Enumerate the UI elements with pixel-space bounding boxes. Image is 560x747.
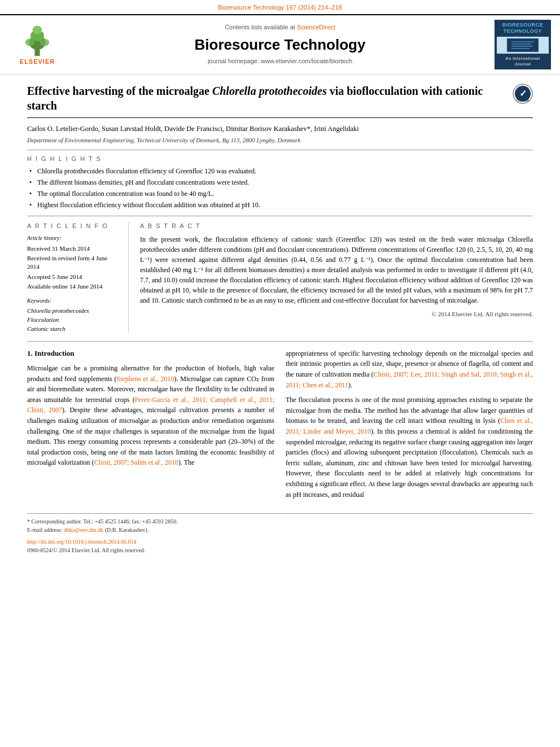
journal-homepage: journal homepage: www.elsevier.com/locat… bbox=[72, 57, 488, 65]
intro-paragraph-right-2: The flocculation process is one of the m… bbox=[286, 395, 533, 500]
keyword-2: Flocculation bbox=[27, 316, 120, 324]
highlights-section: H I G H L I G H T S Chlorella prototheco… bbox=[27, 155, 533, 217]
left-column: 1. Introduction Microalgae can be a prom… bbox=[27, 348, 274, 504]
journal-header-center: Contents lists available at ScienceDirec… bbox=[72, 23, 488, 65]
footnotes: * Corresponding author. Tel.: +45 4525 1… bbox=[27, 513, 533, 554]
doi-link[interactable]: http://dx.doi.org/10.1016/j.biortech.201… bbox=[27, 539, 136, 545]
svg-rect-6 bbox=[507, 38, 539, 52]
content-area: Effective harvesting of the microalgae C… bbox=[0, 75, 560, 564]
journal-reference: Bioresource Technology 167 (2014) 214–21… bbox=[0, 0, 560, 14]
article-title-text: Effective harvesting of the microalgae C… bbox=[27, 84, 506, 113]
article-title: Effective harvesting of the microalgae C… bbox=[27, 84, 506, 113]
highlights-list: Chlorella protothecoides flocculation ef… bbox=[27, 167, 533, 209]
journal-header: ELSEVIER Contents lists available at Sci… bbox=[0, 14, 560, 74]
highlights-heading: H I G H L I G H T S bbox=[27, 155, 533, 163]
received-date: Received 31 March 2014 bbox=[27, 244, 120, 253]
email-link[interactable]: dbka@env.dtu.dk bbox=[64, 527, 103, 533]
right-column: appropriateness of specific harvesting t… bbox=[286, 348, 533, 504]
abstract-text: In the present work, the flocculation ef… bbox=[140, 234, 533, 305]
svg-point-3 bbox=[33, 26, 42, 34]
history-label: Article history: bbox=[27, 234, 120, 242]
svg-point-4 bbox=[25, 39, 35, 46]
journal-title: Bioresource Technology bbox=[72, 34, 488, 55]
corresponding-author: * Corresponding author. Tel.: +45 4525 1… bbox=[27, 517, 533, 526]
highlight-item: Highest flocculation efficiency without … bbox=[29, 200, 533, 210]
keyword-3: Cationic starch bbox=[27, 325, 120, 333]
main-body: 1. Introduction Microalgae can be a prom… bbox=[27, 348, 533, 504]
intro-paragraph-1: Microalgae can be a promising alternativ… bbox=[27, 363, 274, 468]
abstract-section: A B S T R A C T In the present work, the… bbox=[140, 222, 533, 334]
highlight-item: Chlorella protothecoides flocculation ef… bbox=[29, 167, 533, 176]
received-revised-date: Received in revised form 4 June 2014 bbox=[27, 254, 120, 272]
available-date: Available online 14 June 2014 bbox=[27, 282, 120, 291]
bioresource-logo: BIORESOURCE TECHNOLOGY An International … bbox=[495, 20, 551, 69]
accepted-date: Accepted 5 June 2014 bbox=[27, 273, 120, 281]
article-info: A R T I C L E I N F O Article history: R… bbox=[27, 222, 129, 334]
sciencedirect-label: Contents lists available at ScienceDirec… bbox=[72, 23, 488, 32]
elsevier-logo: ELSEVIER bbox=[9, 23, 65, 66]
intro-paragraph-right-1: appropriateness of specific harvesting t… bbox=[286, 348, 533, 390]
intro-heading: 1. Introduction bbox=[27, 348, 274, 359]
email-line: E-mail address: dbka@env.dtu.dk (D.B. Ka… bbox=[27, 526, 533, 534]
svg-text:CrossMark: CrossMark bbox=[516, 99, 530, 102]
keyword-1: Chlorella protothecoides bbox=[27, 307, 120, 315]
keywords-heading: Keywords: bbox=[27, 297, 120, 305]
abstract-heading: A B S T R A C T bbox=[140, 222, 533, 230]
sciencedirect-link[interactable]: ScienceDirect bbox=[297, 24, 335, 30]
svg-text:✓: ✓ bbox=[519, 89, 527, 98]
svg-rect-0 bbox=[34, 49, 40, 56]
highlight-item: The different biomass densities, pH and … bbox=[29, 178, 533, 187]
authors: Carlos O. Letelier-Gordo, Susan Løvstad … bbox=[27, 124, 533, 134]
info-abstract-section: A R T I C L E I N F O Article history: R… bbox=[27, 222, 533, 342]
highlight-item: The optimal flocculation concentration w… bbox=[29, 189, 533, 199]
issn-line: 0960-8524/© 2014 Elsevier Ltd. All right… bbox=[27, 546, 533, 554]
article-title-section: Effective harvesting of the microalgae C… bbox=[27, 84, 533, 118]
affiliation: Department of Environmental Engineering,… bbox=[27, 136, 533, 145]
svg-point-5 bbox=[40, 39, 50, 46]
divider-1 bbox=[27, 150, 533, 150]
article-info-heading: A R T I C L E I N F O bbox=[27, 222, 120, 230]
copyright: © 2014 Elsevier Ltd. All rights reserved… bbox=[140, 310, 533, 318]
crossmark-icon: ✓ CrossMark bbox=[513, 84, 533, 104]
